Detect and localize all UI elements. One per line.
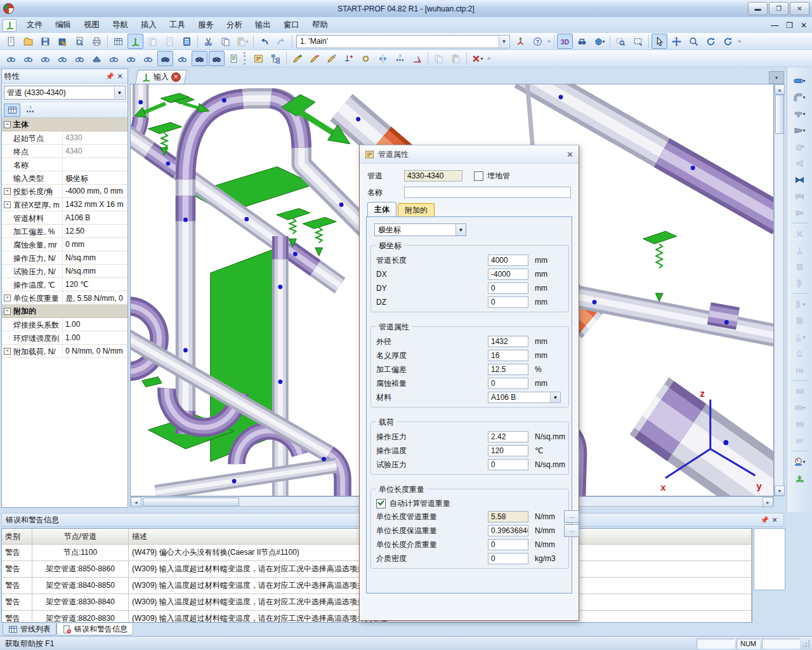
property-row[interactable]: 操作温度, ℃120 ℃ [2,278,128,291]
property-row[interactable]: 焊接接头系数1.00 [2,318,128,331]
guide-support[interactable] [790,312,810,329]
delete-element[interactable] [306,51,322,66]
property-value[interactable]: -4000 mm, 0 mm [63,185,128,197]
column-header[interactable]: 节点/管道 [32,529,129,544]
view-3d[interactable]: 3D [557,34,573,49]
name-field[interactable] [404,187,571,198]
property-row[interactable]: 环焊缝强度削1.00 [2,331,128,345]
close-tab-icon[interactable]: ✕ [171,72,181,82]
property-value[interactable]: A106 B [63,211,128,224]
save[interactable] [37,34,53,49]
redo[interactable] [273,34,289,49]
property-value[interactable]: N/sq.mm [63,265,128,277]
menu-文件[interactable]: 文件 [20,18,49,32]
bottom-tab-管线列表[interactable]: 管线列表 [3,623,56,635]
scroll-up-icon[interactable]: ▲ [775,84,785,95]
nozzle-tool[interactable] [790,155,810,171]
property-row[interactable]: 终点4340 [2,145,128,158]
flanged-valve-tool[interactable] [790,188,810,204]
dropdown-arrow-icon[interactable]: ▾ [802,405,805,411]
cut[interactable] [200,34,216,49]
property-value[interactable]: 0 N/mm, 0 N/mm [63,345,128,357]
pump-tool[interactable] [790,138,810,155]
sort-az-button[interactable]: ? [22,103,38,117]
property-row[interactable]: 名称 [2,158,128,171]
restraint-12[interactable] [192,51,207,66]
toolbar-overflow-icon[interactable]: » [737,38,742,44]
minimize-button[interactable]: ▬ [748,2,768,15]
操作温度-field[interactable]: 120 [488,445,528,456]
bellows-2[interactable]: ▾ [790,399,810,416]
property-value[interactable] [63,158,128,171]
tab-scroll-button[interactable]: ▾ [769,71,784,84]
view-selector-combo[interactable]: 1. 'Main'▼ [296,35,510,48]
delete-element[interactable] [790,225,810,242]
menu-分析[interactable]: 分析 [220,18,249,32]
ground-anchor[interactable] [790,470,810,486]
projection[interactable]: ▾ [591,34,607,49]
menu-插入[interactable]: 插入 [134,18,163,32]
pipe-tool[interactable]: ▾ [790,72,810,89]
menu-工具[interactable]: 工具 [163,18,192,32]
tab-main[interactable]: 主体 [367,202,396,216]
pin-icon[interactable]: 📌 [105,71,115,81]
auto-calc-checkbox[interactable] [376,499,386,508]
select-arrow[interactable] [652,34,667,49]
open-file[interactable] [20,34,36,49]
单位长度保温重量-field[interactable]: 0.39636846 [488,525,528,536]
vertical-scroll-thumb[interactable] [775,95,784,134]
单位长度管道重量-field[interactable]: 5.58 [488,511,528,522]
close-panel-icon[interactable]: ✕ [115,71,125,81]
pan[interactable] [669,34,684,49]
toolbar-overflow-icon[interactable]: » [546,38,552,44]
mdi-minimize-button[interactable]: — [771,21,778,30]
mirror[interactable] [375,51,391,66]
restraint-2[interactable] [20,51,36,66]
property-row[interactable]: 起始节点4330 [2,131,128,145]
restraint-4[interactable] [55,51,70,66]
hanger-rod[interactable]: ? [790,345,810,362]
copy-model[interactable] [145,34,160,49]
zoom[interactable] [686,34,702,49]
select-window[interactable] [630,34,646,49]
pipe-id-field[interactable]: 4330-4340 [404,170,462,182]
property-row[interactable]: 管道材料A106 B [2,211,128,225]
bottom-tab-错误和警告信息[interactable]: 错误和警告信息 [56,623,133,635]
print[interactable] [89,34,105,49]
pin-icon[interactable]: 📌 [759,515,769,525]
column-header[interactable]: 类别 [2,529,32,544]
more-button[interactable]: … [564,524,579,537]
delete[interactable]: ▾ [469,51,485,66]
property-value[interactable]: 0 mm [63,238,128,251]
加工偏差-field[interactable]: 12.5 [488,364,528,375]
gauge-tool[interactable]: ▾ [790,453,810,470]
menu-编辑[interactable]: 编辑 [49,18,77,32]
units-table[interactable] [110,34,126,49]
名义厚度-field[interactable]: 16 [488,350,528,361]
property-value[interactable]: 1.00 [63,318,128,331]
dialog-close-icon[interactable]: ✕ [566,150,573,159]
start-elements[interactable] [513,34,528,49]
restraint-1[interactable] [3,51,19,66]
property-value[interactable]: 4340 [63,145,128,157]
property-value[interactable]: 4330 [63,131,128,144]
property-value[interactable]: 极坐标 [63,171,128,184]
coordinate-type-combo[interactable]: 极坐标 ▼ [374,223,466,236]
property-row[interactable]: 操作压力, N/N/sq.mm [2,251,128,265]
dropdown-arrow-icon[interactable]: ▾ [603,39,605,44]
zoom-region[interactable] [613,34,629,49]
context-help[interactable]: ? [530,34,546,49]
property-row[interactable]: 腐蚀余量, mr0 mm [2,238,128,251]
property-category[interactable]: −主体 [2,118,128,131]
property-value[interactable]: N/sq.mm [63,251,128,264]
dropdown-arrow-icon[interactable]: ▾ [802,111,805,117]
more-button[interactable]: … [564,510,579,523]
renumber[interactable]: ? [392,51,408,66]
insert-node[interactable] [341,51,357,66]
categorized-view-button[interactable] [4,103,20,117]
mdi-restore-button[interactable]: ❐ [786,21,793,30]
restraint-3[interactable] [37,51,53,66]
property-row[interactable]: 输入类型极坐标 [2,171,128,185]
copy[interactable] [218,34,233,49]
property-value[interactable]: 是, 5.58 N/mm, 0 [63,291,128,304]
